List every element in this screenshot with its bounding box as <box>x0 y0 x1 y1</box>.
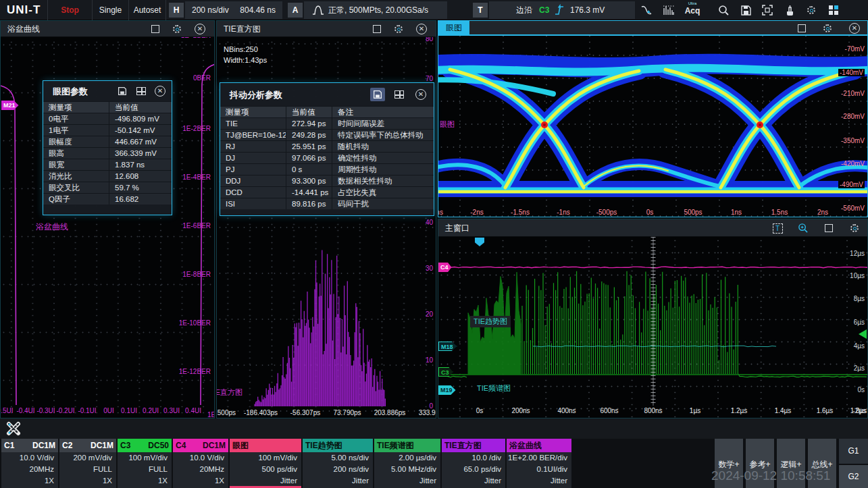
main-x-tick: 1.4µs <box>775 407 792 414</box>
channel-probe: Jitter <box>280 477 297 485</box>
hist-x-tick: 333.983ps <box>419 409 436 416</box>
hist-x-tick: 73.790ps <box>333 409 361 416</box>
math-plus-button[interactable]: 数学+ <box>715 439 743 488</box>
maximize-icon[interactable] <box>371 23 383 35</box>
eye-y-tick: -350mV <box>841 137 865 144</box>
g1-button[interactable]: G1 <box>839 439 868 464</box>
close-icon[interactable]: ✕ <box>848 22 861 34</box>
fft-icon[interactable] <box>662 3 675 17</box>
panel-gear-icon[interactable] <box>171 23 183 35</box>
a-info: 正常, 500MPts, 20.00GSa/s <box>328 1 428 19</box>
main-x-tick: 400ns <box>557 407 576 414</box>
channel-box-trace-8[interactable]: 浴盆曲线1E+2.00 BER/div0.1UI/divJitter <box>507 439 571 488</box>
close-icon[interactable]: ✕ <box>194 23 206 35</box>
channel-probe: 1X <box>103 477 112 485</box>
acquire-status[interactable]: 正常, 500MPts, 20.00GSa/s <box>304 1 447 19</box>
tab-eye-diagram[interactable]: 眼图 <box>438 21 469 34</box>
channel-bandwidth: FULL <box>149 465 168 473</box>
maximize-icon[interactable] <box>823 222 835 234</box>
channel-box-trace-6[interactable]: TIE频谱图2.00 µs/div5.00 MHz/divJitter <box>374 439 440 488</box>
bottom-bar: 数学+ 参考+ 逻辑+ 总线+ G1 G2 C1DC1M10.0 V/div20… <box>0 439 868 488</box>
g2-button[interactable]: G2 <box>839 465 868 488</box>
cursor-measure-icon[interactable] <box>640 3 653 17</box>
trend-trace-label: TIE趋势图 <box>470 316 511 327</box>
reference-plus-button[interactable]: 参考+ <box>746 439 774 488</box>
dialog-close-icon[interactable]: ✕ <box>153 84 168 98</box>
channel-box-c1[interactable]: C1DC1M10.0 V/div20MHz1X <box>1 439 58 488</box>
close-icon[interactable]: ✕ <box>415 23 428 35</box>
channel-box-c2[interactable]: C2DC1M200 mV/divFULL1X <box>59 439 116 488</box>
main-x-tick: 200ns <box>511 407 530 414</box>
channel-bandwidth: 0.1UI/div <box>537 465 567 473</box>
trigger-key[interactable]: T <box>473 3 488 18</box>
main-x-tick: 0s <box>476 407 484 414</box>
main-x-tick: 600ns <box>600 407 618 414</box>
eye-measure-tool-icon[interactable] <box>5 421 22 437</box>
main-y-tick: 2µs <box>854 364 865 372</box>
main-window-panel: 主窗口 T C4 M18 C3 M19 TIE趋势图 TIE频谱图 12µs 1… <box>438 219 868 418</box>
main-title: 主窗口 <box>445 223 469 234</box>
channel-box-trace-4[interactable]: 眼图100 mV/div500 ps/divJitter <box>230 439 301 488</box>
col-item: 测量项 <box>43 102 109 113</box>
channel-scale: 10.0 /div <box>472 454 501 462</box>
main-x-tick: 1µs <box>690 407 700 414</box>
eye-params-dialog[interactable]: 眼图参数 ✕ 测量项当前值 0电平-496.809 mV 1电平-50.142 … <box>43 80 172 215</box>
horizontal-key[interactable]: H <box>169 3 184 18</box>
search-icon[interactable] <box>717 3 730 17</box>
panel-gear-icon[interactable] <box>848 222 861 234</box>
channel-bandwidth: 20MHz <box>200 465 224 473</box>
horizontal-status[interactable]: 200 ns/div 804.46 ns <box>185 1 282 19</box>
single-button[interactable]: Single <box>92 0 128 20</box>
logic-plus-button[interactable]: 逻辑+ <box>777 439 805 488</box>
h-position: 804.46 ns <box>240 1 276 19</box>
eye-x-tick: -2ns <box>470 209 483 216</box>
dialog-table-icon[interactable] <box>134 84 149 98</box>
table-row: 0电平-496.809 mV <box>43 113 172 124</box>
panel-gear-icon[interactable] <box>392 23 405 35</box>
nbins-label: NBins:250 <box>224 45 258 53</box>
zoom-in-icon[interactable] <box>797 222 809 234</box>
channel-bandwidth: FULL <box>93 465 112 473</box>
table-row: 1电平-50.142 mV <box>43 124 172 136</box>
dialog-save-icon[interactable] <box>115 84 130 98</box>
trigger-level: 176.3 mV <box>570 1 605 19</box>
screenshot-icon[interactable] <box>761 3 774 17</box>
jitter-analysis-dialog[interactable]: 抖动分析参数 ✕ 测量项当前值备注 TIE272.94 ps时间间隔误差 TJ@… <box>220 82 434 216</box>
histogram-title: TIE直方图 <box>224 24 261 35</box>
trigger-position-icon[interactable]: T <box>771 222 784 234</box>
channel-probe: Jitter <box>419 477 436 485</box>
channel-box-trace-7[interactable]: TIE直方图10.0 /div65.0 ps/divJitter <box>442 439 505 488</box>
autoset-button[interactable]: Autoset <box>128 0 166 20</box>
clear-brush-icon[interactable] <box>783 3 796 17</box>
table-row: 眼高366.339 mV <box>43 147 172 159</box>
binwidth-label: Width:1.43ps <box>224 56 267 64</box>
channel-box-trace-5[interactable]: TIE趋势图5.00 ns/div200 ns/divJitter <box>303 439 373 488</box>
main-x-tick: 1.6µs <box>817 407 834 414</box>
bus-plus-button[interactable]: 总线+ <box>808 439 836 488</box>
dialog-table-icon[interactable] <box>392 88 407 101</box>
channel-bandwidth: 200 ns/div <box>334 465 369 473</box>
eye-titlebar: 眼图 ✕ <box>438 21 867 36</box>
ui-tick: 0UI <box>103 407 114 414</box>
maximize-icon[interactable] <box>149 23 161 35</box>
hist-x-tick: 203.886ps <box>374 409 406 416</box>
settings-gear-icon[interactable] <box>805 3 818 17</box>
window-layout-icon[interactable] <box>827 3 840 17</box>
acquire-key[interactable]: A <box>288 3 303 18</box>
channel-bandwidth: 5.00 MHz/div <box>391 465 436 473</box>
panel-gear-icon[interactable] <box>821 22 834 34</box>
maximize-icon[interactable] <box>796 22 808 34</box>
eye-x-tick: -2.5ns <box>438 209 443 216</box>
channel-box-c3[interactable]: C3DC50100 mV/divFULL1X <box>118 439 172 488</box>
save-icon[interactable] <box>739 3 752 17</box>
run-stop-button[interactable]: Stop <box>47 0 92 20</box>
channel-box-c4[interactable]: C4DC1M10.0 V/div20MHz1X <box>173 439 228 488</box>
dialog-save-icon[interactable] <box>370 88 385 101</box>
eye-x-tick: 500ps <box>684 209 702 216</box>
main-y-tick: 10µs <box>850 272 865 279</box>
trigger-type: 边沿 <box>516 1 532 19</box>
table-row: DDJ93.300 ps数据相关性抖动 <box>220 175 434 186</box>
ultra-acq-icon[interactable]: Ultra Acq <box>684 1 701 16</box>
trigger-status[interactable]: 边沿 C3 176.3 mV <box>489 1 635 19</box>
dialog-close-icon[interactable]: ✕ <box>413 88 428 101</box>
